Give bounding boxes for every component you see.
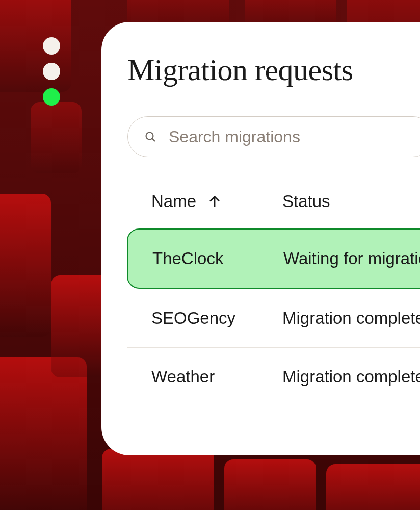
sort-ascending-icon: [207, 194, 222, 209]
svg-line-1: [152, 139, 155, 142]
column-header-name[interactable]: Name: [151, 192, 282, 211]
cell-status: Waiting for migration: [283, 249, 420, 268]
page-title: Migration requests: [127, 53, 420, 88]
cell-name: SEOGency: [151, 309, 282, 328]
cell-name: TheClock: [152, 249, 283, 268]
migrations-table: Name Status TheClock Waiting for migrati…: [127, 192, 420, 406]
search-icon: [144, 131, 156, 143]
header-status-label: Status: [282, 192, 330, 211]
svg-point-0: [146, 133, 153, 140]
search-container: [127, 116, 420, 157]
table-header: Name Status: [127, 192, 420, 228]
cell-status: Migration complete: [282, 309, 420, 328]
indicator-dots: [43, 37, 60, 106]
table-row[interactable]: Weather Migration complete: [127, 347, 420, 406]
indicator-dot-2[interactable]: [43, 63, 60, 80]
cell-name: Weather: [151, 367, 282, 387]
search-input[interactable]: [127, 116, 420, 157]
main-panel: Migration requests Name Status: [101, 22, 420, 455]
header-name-label: Name: [151, 192, 196, 211]
table-row[interactable]: TheClock Waiting for migration: [127, 228, 420, 289]
cell-status: Migration complete: [282, 367, 420, 387]
column-header-status[interactable]: Status: [282, 192, 420, 211]
indicator-dot-3[interactable]: [43, 88, 60, 106]
table-row[interactable]: SEOGency Migration complete: [127, 289, 420, 347]
indicator-dot-1[interactable]: [43, 37, 60, 55]
